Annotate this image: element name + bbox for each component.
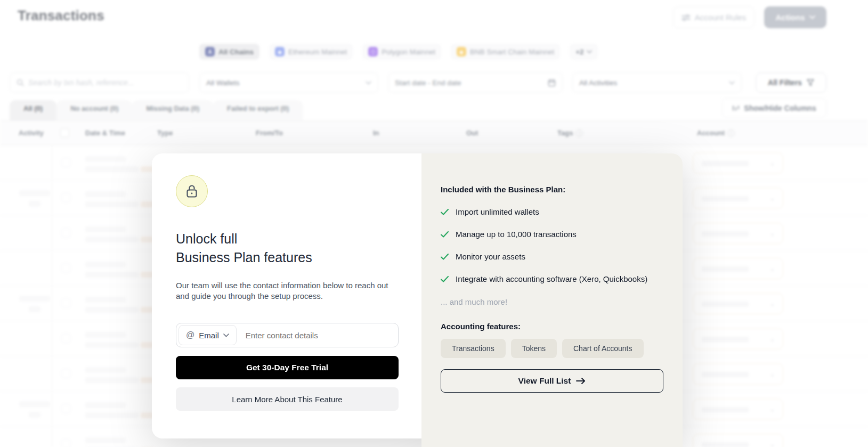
learn-more-button[interactable]: Learn More About This Feature	[176, 387, 399, 411]
wallets-select[interactable]: All Wallets	[199, 72, 378, 93]
chip-chart-of-accounts: Chart of Accounts	[562, 339, 644, 358]
ethereum-icon: ◆	[275, 47, 285, 56]
row-checkbox[interactable]	[61, 263, 71, 273]
show-hide-columns-button[interactable]: Show/Hide Columns	[722, 98, 826, 118]
benefit-item: Manage up to 10,000 transactions	[441, 230, 661, 239]
contact-input-group: @ Email	[176, 323, 399, 347]
arrow-right-icon	[576, 378, 586, 384]
tab-all[interactable]: All (0)	[10, 100, 56, 120]
benefit-item: Import unlimited wallets	[441, 207, 661, 216]
contact-method-select[interactable]: @ Email	[179, 325, 237, 345]
col-account: Accounti	[697, 121, 735, 145]
page-title: Transactions	[18, 7, 104, 24]
tab-missing-data[interactable]: Missing Data (0)	[132, 100, 213, 120]
chevron-down-icon	[366, 81, 371, 85]
contact-details-input[interactable]	[246, 331, 398, 340]
date-range-input[interactable]: Start date - End date	[388, 72, 563, 93]
row-checkbox[interactable]	[61, 228, 71, 238]
activity-group-label	[19, 401, 50, 407]
status-tabs: All (0) No account (0) Missing Data (0) …	[10, 100, 303, 120]
benefit-item: Monitor your assets	[441, 252, 661, 261]
col-from-to: From/To	[256, 121, 283, 145]
check-icon	[441, 209, 449, 215]
tab-no-account[interactable]: No account (0)	[56, 100, 132, 120]
row-checkbox[interactable]	[61, 298, 71, 308]
account-select[interactable]: ▾	[693, 258, 783, 279]
chip-tokens: Tokens	[511, 339, 557, 358]
row-checkbox[interactable]	[61, 334, 71, 343]
chip-more-chains[interactable]: +2	[570, 44, 597, 60]
row-checkbox[interactable]	[61, 369, 71, 378]
activities-select[interactable]: All Activities	[572, 72, 742, 93]
funnel-icon	[807, 79, 814, 86]
account-select[interactable]: ▾	[693, 328, 783, 350]
search-icon	[17, 79, 24, 86]
account-select[interactable]: ▾	[693, 363, 783, 385]
chevron-down-icon	[587, 50, 592, 53]
chevron-down-icon	[223, 334, 229, 337]
modal-description: Our team will use the contact informatio…	[176, 280, 395, 301]
free-trial-button[interactable]: Get 30-Day Free Trial	[176, 356, 399, 379]
benefit-item: Integrate with accounting software (Xero…	[441, 274, 661, 283]
chain-filter-bar: A All Chains ◆ Ethereum Mainnet ⬡ Polygo…	[199, 44, 598, 60]
modal-title: Unlock full Business Plan features	[176, 230, 399, 267]
lock-badge	[176, 175, 208, 207]
account-rules-button[interactable]: Account Rules	[673, 6, 755, 28]
account-select[interactable]: ▾	[693, 434, 783, 447]
all-chains-icon: A	[205, 47, 215, 56]
chevron-down-icon	[729, 81, 735, 85]
bnb-icon: ◆	[457, 47, 466, 56]
much-more-text: ... and much more!	[441, 297, 661, 306]
col-type: Type	[157, 121, 173, 145]
info-icon: i	[727, 129, 735, 137]
polygon-icon: ⬡	[368, 47, 378, 56]
account-select[interactable]: ▾	[693, 223, 783, 244]
account-select[interactable]: ▾	[693, 188, 783, 209]
actions-button[interactable]: Actions	[764, 6, 826, 28]
chip-bnb-smart-chain[interactable]: ◆ BNB Smart Chain Mainnet	[451, 44, 560, 60]
chip-transactions: Transactions	[441, 339, 506, 358]
check-icon	[441, 276, 449, 282]
lock-icon	[185, 184, 198, 198]
account-select[interactable]: ▾	[693, 152, 783, 174]
at-sign-icon: @	[186, 330, 194, 340]
benefits-title: Included with the Business Plan:	[441, 185, 661, 194]
check-icon	[441, 254, 449, 260]
all-filters-button[interactable]: All Filters	[756, 72, 826, 93]
search-input[interactable]: Search by txn hash, reference...	[10, 72, 189, 93]
table-header: Activity Date & Time Type From/To In Out…	[0, 120, 868, 145]
account-select[interactable]: ▾	[693, 293, 783, 314]
tab-failed-to-export[interactable]: Failed to export (0)	[213, 100, 303, 120]
chip-polygon-mainnet[interactable]: ⬡ Polygon Mainnet	[362, 44, 441, 60]
col-tags: Tagsi	[557, 121, 583, 145]
row-checkbox[interactable]	[61, 193, 71, 202]
row-checkbox[interactable]	[61, 439, 71, 447]
row-checkbox[interactable]	[61, 158, 71, 167]
col-activity: Activity	[19, 121, 44, 145]
view-full-list-button[interactable]: View Full List	[441, 369, 663, 393]
row-checkbox[interactable]	[61, 404, 71, 413]
modal-contact-panel: Unlock full Business Plan features Our t…	[152, 153, 421, 438]
activity-group-label	[19, 296, 50, 302]
accounting-features-title: Accounting features:	[441, 322, 661, 331]
upgrade-modal: Unlock full Business Plan features Our t…	[152, 153, 683, 447]
chip-all-chains[interactable]: A All Chains	[199, 44, 259, 60]
chip-ethereum-mainnet[interactable]: ◆ Ethereum Mainnet	[269, 44, 353, 60]
col-date-time: Date & Time	[85, 121, 125, 145]
activity-group-label	[19, 190, 50, 196]
col-out: Out	[466, 121, 478, 145]
chevron-down-icon	[809, 15, 815, 19]
accounting-chips: Transactions Tokens Chart of Accounts	[441, 339, 661, 358]
account-select[interactable]: ▾	[693, 399, 783, 420]
modal-benefits-panel: Included with the Business Plan: Import …	[421, 153, 683, 447]
search-placeholder: Search by txn hash, reference...	[28, 78, 134, 87]
check-icon	[441, 231, 449, 238]
info-icon: i	[575, 129, 583, 137]
col-in: In	[373, 121, 379, 145]
columns-icon	[732, 105, 740, 111]
calendar-icon	[548, 79, 556, 87]
select-all-checkbox[interactable]	[60, 121, 69, 145]
sliders-icon	[682, 14, 691, 21]
